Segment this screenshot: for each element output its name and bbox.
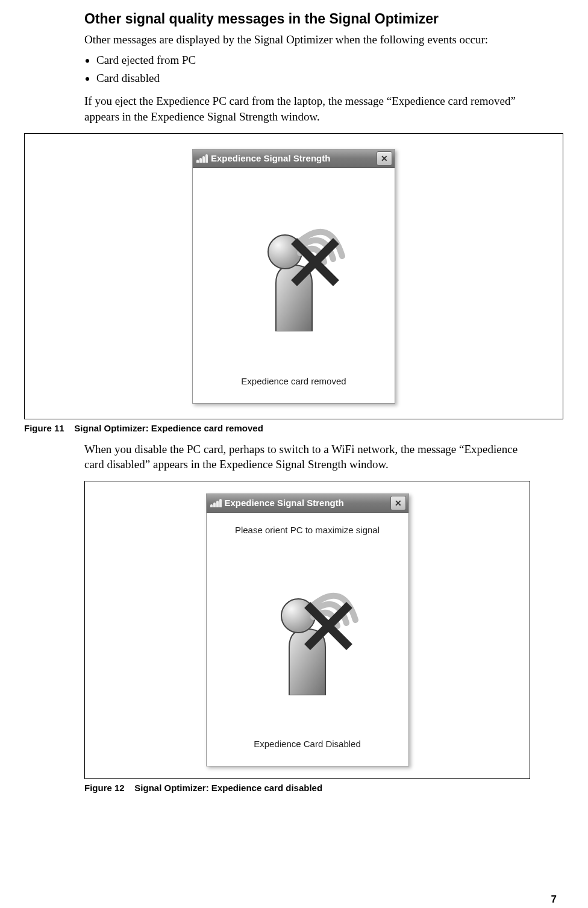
window-body: Expedience card removed — [193, 168, 395, 403]
close-button[interactable]: ✕ — [390, 496, 406, 510]
list-item: Card disabled — [96, 69, 534, 87]
window-title: Expedience Signal Strength — [225, 498, 344, 508]
window-titlebar[interactable]: Expedience Signal Strength ✕ — [193, 149, 395, 168]
close-icon: ✕ — [395, 498, 402, 508]
event-list: Card ejected from PC Card disabled — [84, 51, 534, 88]
caption-prefix: Figure 12 — [84, 783, 125, 793]
page-number: 7 — [551, 894, 557, 906]
status-illustration — [199, 174, 389, 369]
window-title: Expedience Signal Strength — [211, 153, 330, 163]
figure-11-frame: Expedience Signal Strength ✕ — [24, 133, 563, 419]
close-button[interactable]: ✕ — [377, 151, 392, 166]
person-x-icon — [256, 575, 358, 695]
figure-12-caption: Figure 12 Signal Optimizer: Expedience c… — [84, 783, 564, 793]
caption-text: Signal Optimizer: Expedience card disabl… — [134, 783, 322, 793]
status-illustration — [213, 539, 402, 731]
status-text: Expedience card removed — [241, 376, 346, 386]
figure-11-caption: Figure 11 Signal Optimizer: Expedience c… — [24, 423, 564, 433]
window-titlebar[interactable]: Expedience Signal Strength ✕ — [207, 494, 408, 513]
person-x-icon — [243, 211, 345, 331]
close-icon: ✕ — [381, 154, 388, 163]
signal-strength-window: Expedience Signal Strength ✕ — [192, 149, 395, 404]
hint-text: Please orient PC to maximize signal — [235, 525, 380, 535]
window-body: Please orient PC to maximize signal — [207, 513, 408, 766]
signal-icon — [196, 153, 207, 164]
intro-paragraph: Other messages are displayed by the Sign… — [84, 32, 534, 48]
signal-icon — [210, 498, 221, 509]
disable-paragraph: When you disable the PC card, perhaps to… — [84, 442, 534, 472]
signal-strength-window: Expedience Signal Strength ✕ Please orie… — [206, 493, 409, 766]
section-heading: Other signal quality messages in the Sig… — [84, 11, 534, 27]
status-text: Expedience Card Disabled — [254, 739, 361, 749]
caption-text: Signal Optimizer: Expedience card remove… — [74, 423, 263, 433]
caption-prefix: Figure 11 — [24, 423, 64, 433]
list-item: Card ejected from PC — [96, 51, 534, 69]
figure-12-frame: Expedience Signal Strength ✕ Please orie… — [84, 481, 530, 779]
eject-paragraph: If you eject the Expedience PC card from… — [84, 93, 534, 124]
